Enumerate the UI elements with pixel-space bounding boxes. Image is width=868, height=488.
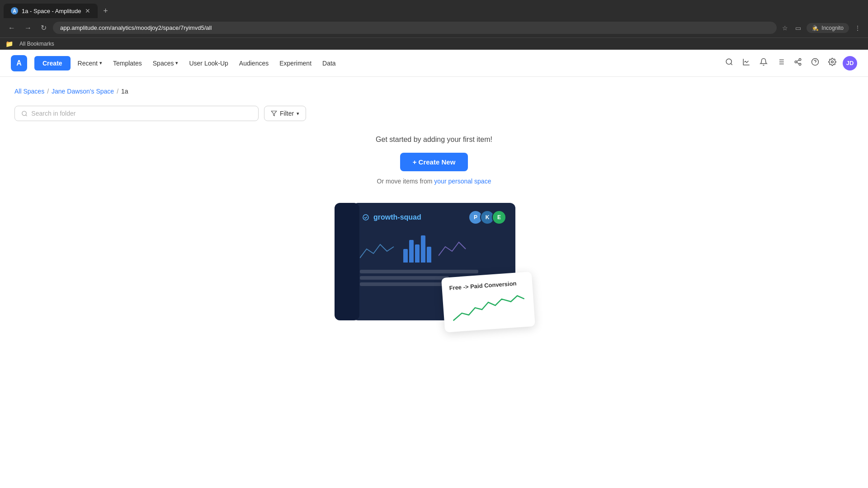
address-bar[interactable] [53,22,777,34]
svg-point-15 [22,111,27,116]
browser-toolbar: ← → ↻ ☆ ▭ 🕵 Incognito ⋮ [0,18,868,38]
filter-icon [271,110,277,117]
breadcrumb-all-spaces[interactable]: All Spaces [14,88,44,95]
svg-point-8 [795,61,797,63]
illustration-card-secondary: Free -> Paid Conversion [441,272,535,333]
svg-point-0 [726,59,731,64]
line-chart [360,240,396,263]
help-icon-button[interactable] [808,55,822,71]
svg-marker-16 [271,111,277,116]
back-button[interactable]: ← [5,22,18,34]
search-icon-button[interactable] [722,55,736,71]
bookmarks-folder-icon: 📁 [5,40,13,47]
user-avatar[interactable]: JD [843,56,857,70]
search-icon [21,110,28,117]
tab-close-button[interactable]: ✕ [85,7,90,14]
personal-space-link[interactable]: your personal space [434,178,491,185]
empty-state: Get started by adding your first item! +… [14,136,854,338]
breadcrumb-separator: / [47,88,49,95]
nav-data[interactable]: Data [319,58,340,69]
more-options-icon[interactable]: ⋮ [853,23,863,33]
help-icon [811,58,819,66]
nav-experiment[interactable]: Experiment [276,58,315,69]
breadcrumb-jane-space[interactable]: Jane Dawson's Space [52,88,114,95]
search-icon [725,58,733,66]
card-line-graph [450,291,528,323]
illustration-header: growth-squad P K E [353,203,515,232]
app-container: A Create Recent ▾ Templates Spaces ▾ Use… [0,50,868,488]
bookmarks-bar: 📁 All Bookmarks [0,38,868,50]
illustration-space-name: growth-squad [373,213,421,221]
illustration-left-bar [335,203,359,320]
forward-button[interactable]: → [22,22,34,34]
tab-bar: A 1a - Space - Amplitude ✕ + [0,0,868,18]
search-input[interactable] [31,110,252,117]
list-icon [777,58,785,66]
avatar-group: P K E [468,210,506,225]
move-text-prefix: Or move items from [377,178,434,185]
chevron-down-icon: ▾ [175,60,178,66]
illustration: growth-squad P K E [335,203,533,338]
chart-icon [742,58,750,66]
bell-icon-button[interactable] [757,55,770,71]
line-chart-2 [439,240,470,263]
filter-button[interactable]: Filter ▾ [264,106,306,121]
settings-icon-button[interactable] [826,55,839,71]
list-icon-button[interactable] [774,55,788,71]
top-nav: A Create Recent ▾ Templates Spaces ▾ Use… [0,50,868,77]
search-filter-row: Filter ▾ [14,106,854,121]
chart-icon-button[interactable] [740,55,753,71]
new-tab-button[interactable]: + [99,5,112,17]
nav-audiences[interactable]: Audiences [236,58,272,69]
svg-line-10 [797,62,799,64]
search-box [14,106,259,121]
filter-label: Filter [280,110,294,117]
svg-point-17 [363,215,368,220]
nav-spaces[interactable]: Spaces ▾ [149,58,182,69]
bookmark-icon[interactable]: ☆ [780,23,790,33]
tab-favicon: A [11,7,18,14]
chevron-down-icon: ▾ [99,60,102,66]
amplitude-mini-icon [362,213,370,221]
incognito-badge: 🕵 Incognito [807,23,849,33]
nav-recent[interactable]: Recent ▾ [74,58,106,69]
chevron-down-icon: ▾ [297,111,299,117]
create-button[interactable]: Create [34,56,71,70]
empty-state-title: Get started by adding your first item! [376,136,492,144]
nav-user-lookup[interactable]: User Look-Up [185,58,231,69]
all-bookmarks-item[interactable]: All Bookmarks [17,40,57,48]
breadcrumb-separator-2: / [117,88,118,95]
move-items-text: Or move items from your personal space [377,178,491,185]
branch-icon [794,58,802,66]
incognito-label: Incognito [821,25,844,31]
branch-icon-button[interactable] [791,55,805,71]
chart-area [353,232,515,266]
bell-icon [760,58,768,66]
active-tab[interactable]: A 1a - Space - Amplitude ✕ [4,4,98,18]
svg-line-11 [797,60,799,61]
breadcrumb: All Spaces / Jane Dawson's Space / 1a [14,88,854,95]
nav-templates[interactable]: Templates [109,58,146,69]
amplitude-logo[interactable]: A [11,55,27,71]
illustration-logo: growth-squad [362,213,421,221]
svg-point-9 [799,63,801,66]
card-secondary-title: Free -> Paid Conversion [449,279,525,291]
avatar-e: E [492,210,506,225]
bar-chart [403,235,431,263]
svg-point-14 [831,61,834,63]
breadcrumb-current: 1a [121,88,128,95]
profile-icon[interactable]: ▭ [793,23,803,33]
main-content: All Spaces / Jane Dawson's Space / 1a Fi… [0,77,868,349]
create-new-button[interactable]: + Create New [400,153,468,171]
settings-icon [828,58,836,66]
incognito-hat-icon: 🕵 [812,25,819,31]
refresh-button[interactable]: ↻ [38,22,49,34]
svg-point-7 [799,59,801,61]
tab-title: 1a - Space - Amplitude [22,8,81,14]
